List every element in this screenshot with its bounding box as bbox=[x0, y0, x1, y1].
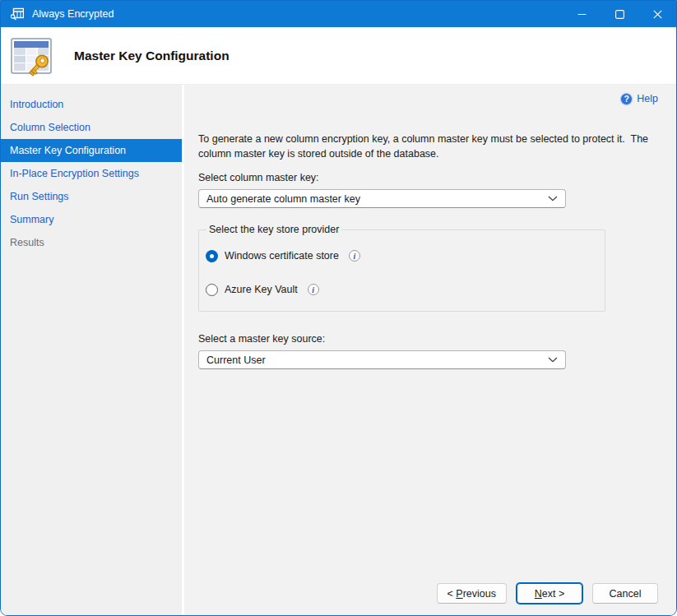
sidebar-item-in-place-encryption-settings[interactable]: In-Place Encryption Settings bbox=[1, 162, 182, 185]
next-button[interactable]: Next > bbox=[517, 583, 582, 604]
close-button[interactable] bbox=[638, 1, 676, 27]
windows-certificate-store-label: Windows certificate store bbox=[225, 250, 339, 262]
sidebar-item-summary[interactable]: Summary bbox=[1, 208, 182, 231]
key-store-provider-group: Select the key store provider Windows ce… bbox=[198, 224, 605, 312]
minimize-button[interactable] bbox=[563, 1, 600, 27]
maximize-icon bbox=[615, 10, 624, 19]
maximize-button[interactable] bbox=[600, 1, 638, 27]
key-store-provider-legend: Select the key store provider bbox=[206, 224, 341, 235]
close-icon bbox=[653, 10, 662, 19]
azure-key-vault-option[interactable]: Azure Key Vault i bbox=[206, 280, 595, 299]
master-key-source-value: Current User bbox=[206, 354, 548, 366]
master-key-configuration-page: ? Help To generate a new column encrypti… bbox=[184, 85, 676, 615]
previous-button[interactable]: < Previous bbox=[437, 583, 507, 604]
help-circle-icon: ? bbox=[620, 93, 633, 105]
sidebar-item-results: Results bbox=[1, 231, 182, 254]
chevron-down-icon bbox=[548, 196, 558, 201]
info-circle-icon[interactable]: i bbox=[308, 284, 319, 295]
page-title: Master Key Configuration bbox=[74, 49, 230, 63]
help-link[interactable]: Help bbox=[637, 93, 658, 104]
master-key-source-label: Select a master key source: bbox=[198, 333, 658, 345]
app-table-key-icon bbox=[10, 7, 25, 21]
wizard-steps-sidebar: Introduction Column Selection Master Key… bbox=[1, 85, 184, 615]
chevron-down-icon bbox=[548, 357, 558, 363]
sidebar-item-run-settings[interactable]: Run Settings bbox=[1, 185, 182, 208]
always-encrypted-wizard-window: Always Encrypted bbox=[0, 0, 677, 616]
windows-certificate-store-option[interactable]: Windows certificate store i bbox=[206, 246, 595, 266]
column-master-key-value: Auto generate column master key bbox=[206, 193, 548, 205]
radio-unselected-icon[interactable] bbox=[206, 284, 218, 296]
radio-selected-icon[interactable] bbox=[206, 250, 218, 262]
title-bar: Always Encrypted bbox=[1, 1, 676, 27]
column-master-key-label: Select column master key: bbox=[198, 172, 658, 183]
info-circle-icon[interactable]: i bbox=[349, 250, 360, 262]
sidebar-item-introduction[interactable]: Introduction bbox=[1, 93, 182, 116]
table-key-icon bbox=[7, 32, 55, 80]
intro-text: To generate a new column encryption key,… bbox=[198, 132, 658, 161]
azure-key-vault-label: Azure Key Vault bbox=[225, 284, 298, 295]
master-key-source-dropdown[interactable]: Current User bbox=[198, 350, 566, 369]
sidebar-item-column-selection[interactable]: Column Selection bbox=[1, 116, 182, 139]
wizard-header: Master Key Configuration bbox=[1, 27, 676, 85]
column-master-key-dropdown[interactable]: Auto generate column master key bbox=[198, 189, 566, 208]
sidebar-item-master-key-configuration[interactable]: Master Key Configuration bbox=[1, 139, 182, 162]
window-title: Always Encrypted bbox=[32, 8, 563, 20]
cancel-button[interactable]: Cancel bbox=[592, 583, 658, 604]
minimize-icon bbox=[577, 10, 587, 19]
